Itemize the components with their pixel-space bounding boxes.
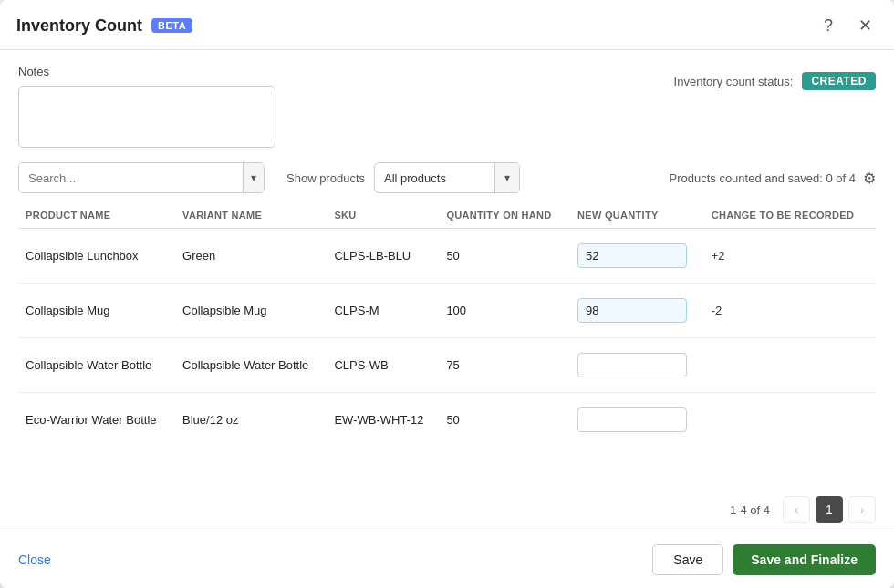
new-qty-input-3[interactable] — [577, 407, 687, 432]
cell-qty-on-hand: 75 — [439, 338, 570, 393]
cell-qty-on-hand: 100 — [439, 284, 570, 338]
col-new-qty: NEW QUANTITY — [570, 202, 704, 229]
status-badge: CREATED — [802, 72, 876, 90]
col-variant-name: VARIANT NAME — [175, 202, 327, 229]
search-dropdown-arrow: ▾ — [251, 171, 256, 184]
cell-change: -2 — [704, 284, 876, 338]
cell-variant-name: Blue/12 oz — [175, 393, 327, 448]
title-group: Inventory Count BETA — [16, 16, 192, 36]
search-dropdown-button[interactable]: ▾ — [243, 163, 264, 192]
notes-label: Notes — [18, 65, 275, 78]
cell-new-qty — [570, 338, 704, 393]
prev-page-icon: ‹ — [795, 502, 799, 517]
gear-icon[interactable]: ⚙ — [863, 170, 876, 187]
search-wrapper: ▾ — [18, 162, 265, 193]
cell-variant-name: Collapsible Water Bottle — [175, 338, 327, 393]
col-sku: SKU — [327, 202, 439, 229]
cell-change: +2 — [704, 229, 876, 284]
modal-header: Inventory Count BETA ? ✕ — [0, 0, 894, 50]
cell-product-name: Collapsible Water Bottle — [18, 338, 175, 393]
footer-right: Save Save and Finalize — [652, 544, 876, 575]
modal-title: Inventory Count — [16, 16, 142, 36]
search-input[interactable] — [19, 163, 243, 192]
table-row: Collapsible MugCollapsible MugCLPS-M100-… — [18, 284, 876, 338]
cell-qty-on-hand: 50 — [439, 393, 570, 448]
page-1-button[interactable]: 1 — [816, 496, 843, 523]
products-dropdown-arrow: ▾ — [504, 171, 510, 184]
pagination-info: 1-4 of 4 — [730, 503, 770, 517]
help-button[interactable]: ? — [816, 13, 841, 38]
cell-sku: CLPS-LB-BLU — [327, 229, 439, 284]
close-icon: ✕ — [858, 15, 872, 36]
notes-group: Notes — [18, 65, 275, 148]
col-product-name: PRODUCT NAME — [18, 202, 175, 229]
notes-textarea[interactable] — [18, 86, 275, 148]
col-qty-on-hand: QUANTITY ON HAND — [439, 202, 570, 229]
cell-change — [704, 393, 876, 448]
prev-page-button[interactable]: ‹ — [783, 496, 810, 523]
products-counted-label: Products counted and saved: 0 of 4 ⚙ — [669, 170, 876, 187]
cell-sku: CLPS-M — [327, 284, 439, 338]
new-qty-input-2[interactable] — [577, 353, 687, 377]
products-dropdown: All products ▾ — [374, 162, 520, 193]
help-icon: ? — [824, 16, 833, 36]
cell-new-qty — [570, 284, 704, 338]
cell-variant-name: Collapsible Mug — [175, 284, 327, 338]
cell-variant-name: Green — [175, 229, 327, 284]
cell-new-qty — [570, 393, 704, 448]
status-label: Inventory count status: — [674, 75, 794, 88]
cell-product-name: Collapsible Lunchbox — [18, 229, 175, 284]
filter-row: ▾ Show products All products ▾ Products … — [0, 157, 894, 202]
top-section: Notes Inventory count status: CREATED — [0, 50, 894, 157]
col-change: CHANGE TO BE RECORDED — [704, 202, 876, 229]
inventory-count-modal: Inventory Count BETA ? ✕ Notes Inventory… — [0, 0, 894, 588]
cell-new-qty — [570, 229, 704, 284]
save-and-finalize-button[interactable]: Save and Finalize — [733, 544, 876, 575]
pagination-row: 1-4 of 4 ‹ 1 › — [0, 487, 894, 531]
table-row: Collapsible LunchboxGreenCLPS-LB-BLU50+2 — [18, 229, 876, 284]
cell-sku: EW-WB-WHT-12 — [327, 393, 439, 448]
new-qty-input-0[interactable] — [577, 243, 687, 268]
inventory-table: PRODUCT NAME VARIANT NAME SKU QUANTITY O… — [18, 202, 876, 447]
table-body: Collapsible LunchboxGreenCLPS-LB-BLU50+2… — [18, 229, 876, 448]
close-button[interactable]: Close — [18, 552, 51, 567]
close-icon-button[interactable]: ✕ — [852, 13, 878, 38]
cell-change — [704, 338, 876, 393]
filter-right: Products counted and saved: 0 of 4 ⚙ — [669, 170, 876, 187]
cell-sku: CLPS-WB — [327, 338, 439, 393]
table-header: PRODUCT NAME VARIANT NAME SKU QUANTITY O… — [18, 202, 876, 229]
status-area: Inventory count status: CREATED — [674, 72, 876, 90]
modal-footer: Close Save Save and Finalize — [0, 531, 894, 588]
modal-body: Notes Inventory count status: CREATED ▾ … — [0, 50, 894, 531]
new-qty-input-1[interactable] — [577, 298, 687, 323]
header-actions: ? ✕ — [816, 13, 878, 38]
products-dropdown-value: All products — [375, 171, 494, 185]
table-row: Collapsible Water BottleCollapsible Wate… — [18, 338, 876, 393]
table-row: Eco-Warrior Water BottleBlue/12 ozEW-WB-… — [18, 393, 876, 448]
beta-badge: BETA — [151, 18, 192, 33]
show-products-label: Show products — [286, 171, 365, 185]
cell-qty-on-hand: 50 — [439, 229, 570, 284]
save-button[interactable]: Save — [652, 544, 723, 575]
cell-product-name: Collapsible Mug — [18, 284, 175, 338]
page-1-label: 1 — [826, 502, 833, 517]
table-area: PRODUCT NAME VARIANT NAME SKU QUANTITY O… — [0, 202, 894, 487]
cell-product-name: Eco-Warrior Water Bottle — [18, 393, 175, 448]
products-dropdown-button[interactable]: ▾ — [494, 163, 519, 192]
next-page-icon: › — [860, 502, 865, 517]
next-page-button[interactable]: › — [848, 496, 876, 523]
